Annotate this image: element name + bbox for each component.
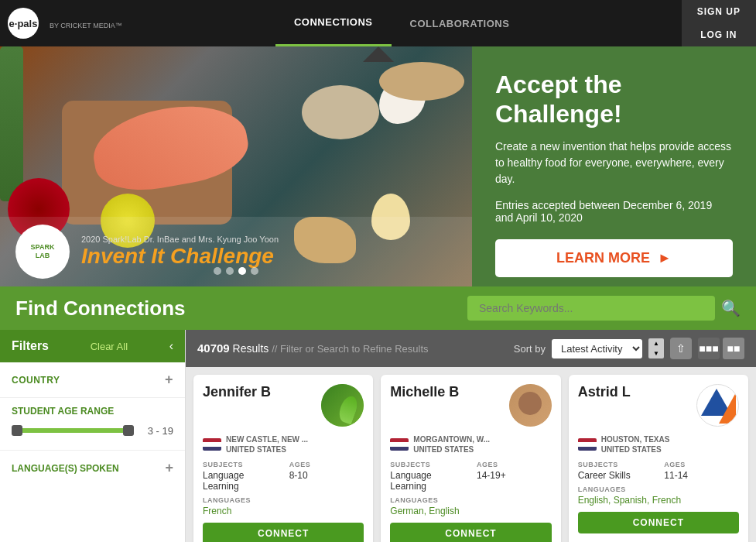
results-count: 40709 Results // Filter or Search to Ref… <box>197 342 429 355</box>
ages-value: 14-19+ <box>477 470 552 481</box>
scroll-up-icon[interactable] <box>363 46 394 62</box>
card-location: HOUSTON, TEXAS UNITED STATES <box>578 434 739 455</box>
find-connections-bar: Find Connections 🔍 <box>0 286 756 330</box>
country-label-text: COUNTRY <box>12 375 60 386</box>
collapse-filters-icon[interactable]: ‹ <box>169 339 173 353</box>
search-container: 🔍 <box>467 296 741 321</box>
slider-handle-left[interactable] <box>12 425 22 436</box>
location-text: MORGANTOWN, W... UNITED STATES <box>413 434 490 455</box>
subjects-detail: SUBJECTS Language Learning <box>390 461 465 492</box>
sparklab-banner: SPARKLAB 2020 Spark!Lab Dr. InBae and Mr… <box>0 217 472 286</box>
ages-label: AGES <box>289 461 364 468</box>
add-country-icon[interactable]: + <box>165 372 173 388</box>
card-details: SUBJECTS Language Learning AGES 8-10 <box>203 461 364 492</box>
logo-byline: BY CRICKET MEDIA™ <box>50 22 122 29</box>
learn-more-label: LEARN MORE <box>556 250 650 266</box>
results-summary: 40709 Results // Filter or Search to Ref… <box>197 341 429 355</box>
connect-button[interactable]: CONNECT <box>203 523 364 542</box>
language-label-text: LANGUAGE(S) SPOKEN <box>12 463 119 474</box>
find-connections-title: Find Connections <box>15 297 186 321</box>
language-filter: LANGUAGE(S) SPOKEN + <box>0 451 185 485</box>
sort-direction-button[interactable]: ⇧ <box>670 338 692 359</box>
avatar <box>509 384 552 427</box>
language-filter-label: LANGUAGE(S) SPOKEN + <box>12 460 173 476</box>
carousel-dot-1[interactable] <box>214 267 221 275</box>
sparklab-subtitle: 2020 Spark!Lab Dr. InBae and Mrs. Kyung … <box>81 235 279 244</box>
languages-value: English, Spanish, French <box>578 495 739 506</box>
sort-select[interactable]: Latest Activity <box>552 339 642 358</box>
sort-arrow-up-button[interactable]: ▲ <box>648 338 664 348</box>
sparklab-logo: SPARKLAB <box>15 225 70 279</box>
slider-handle-right[interactable] <box>123 425 134 436</box>
auth-buttons: SIGN UP LOG IN <box>682 0 756 46</box>
location-text: NEW CASTLE, NEW ... UNITED STATES <box>226 434 308 455</box>
filters-title: Filters <box>12 339 49 353</box>
subjects-label: SUBJECTS <box>203 461 278 468</box>
logo-icon: e·pals <box>8 8 39 39</box>
carousel-dot-2[interactable] <box>226 267 234 275</box>
age-slider[interactable] <box>12 423 134 438</box>
results-filter-hint: // Filter or Search to Refine Results <box>272 343 428 355</box>
subjects-value: Language Learning <box>203 470 278 492</box>
header: e·pals BY CRICKET MEDIA™ CONNECTIONS COL… <box>0 0 756 46</box>
results-header: 40709 Results // Filter or Search to Ref… <box>186 330 756 367</box>
carousel-dot-3[interactable] <box>238 267 246 275</box>
search-icon[interactable]: 🔍 <box>721 299 741 317</box>
grid-view-button[interactable]: ■■ <box>723 338 744 359</box>
nav-connections[interactable]: CONNECTIONS <box>275 0 392 46</box>
nav-collaborations[interactable]: COLLABORATIONS <box>392 0 529 46</box>
connect-button[interactable]: CONNECT <box>578 512 739 533</box>
ages-detail: AGES 11-14 <box>664 461 739 481</box>
profile-name: Michelle B <box>390 384 459 400</box>
avatar <box>696 384 739 427</box>
profile-name: Astrid L <box>578 384 631 400</box>
food-almond <box>379 62 464 101</box>
chevron-right-icon: ► <box>658 250 672 266</box>
slider-track <box>12 428 134 433</box>
main-content: Filters Clear All ‹ COUNTRY + STUDENT AG… <box>0 330 756 542</box>
challenge-dates: Entries accepted between December 6, 201… <box>495 199 733 224</box>
languages-value: French <box>203 506 364 516</box>
ages-value: 8-10 <box>289 470 364 481</box>
languages-label: LANGUAGES <box>203 496 364 504</box>
carousel-dot-4[interactable] <box>251 267 258 275</box>
sparklab-text-block: 2020 Spark!Lab Dr. InBae and Mrs. Kyung … <box>81 235 279 269</box>
flag-icon <box>390 438 409 451</box>
age-range-value: 3 - 19 <box>148 425 173 437</box>
sort-container: Sort by Latest Activity ▲ ▼ ⇧ ■■■ ■■ <box>514 338 744 359</box>
subjects-value: Career Skills <box>578 470 653 481</box>
avatar <box>321 384 364 427</box>
login-button[interactable]: LOG IN <box>682 23 756 46</box>
signup-button[interactable]: SIGN UP <box>682 0 756 23</box>
sort-arrow-down-button[interactable]: ▼ <box>648 348 664 358</box>
astrid-logo <box>697 385 738 426</box>
connect-button[interactable]: CONNECT <box>390 523 551 542</box>
logo: e·pals BY CRICKET MEDIA™ <box>8 8 122 39</box>
sparklab-title: Invent It Challenge <box>81 244 279 269</box>
carousel-dots <box>214 267 258 275</box>
learn-more-button[interactable]: LEARN MORE ► <box>495 239 733 277</box>
clear-all-button[interactable]: Clear All <box>91 341 128 352</box>
flag-icon <box>578 438 597 451</box>
profile-cards: Jennifer B NEW CASTLE, NEW ... UNITED ST… <box>186 367 756 542</box>
subjects-label: SUBJECTS <box>390 461 465 468</box>
search-input[interactable] <box>467 296 715 321</box>
filters-header: Filters Clear All ‹ <box>0 330 185 362</box>
triangle-orange <box>719 393 736 424</box>
list-view-button[interactable]: ■■■ <box>698 338 720 359</box>
languages-value: German, English <box>390 506 551 516</box>
hero-food-image: SPARKLAB 2020 Spark!Lab Dr. InBae and Mr… <box>0 46 472 286</box>
flag-icon <box>203 438 221 451</box>
view-toggle: ■■■ ■■ <box>698 338 744 359</box>
location-line1: MORGANTOWN, W... <box>413 434 490 444</box>
country-filter: COUNTRY + <box>0 362 185 398</box>
card-location: MORGANTOWN, W... UNITED STATES <box>390 434 551 455</box>
add-language-icon[interactable]: + <box>165 460 173 476</box>
languages-label: LANGUAGES <box>578 485 739 493</box>
sidebar: Filters Clear All ‹ COUNTRY + STUDENT AG… <box>0 330 186 542</box>
subjects-detail: SUBJECTS Language Learning <box>203 461 278 492</box>
sort-label: Sort by <box>514 343 546 355</box>
card-details: SUBJECTS Career Skills AGES 11-14 <box>578 461 739 481</box>
age-range-label: STUDENT AGE RANGE <box>12 406 173 417</box>
subjects-label: SUBJECTS <box>578 461 653 468</box>
